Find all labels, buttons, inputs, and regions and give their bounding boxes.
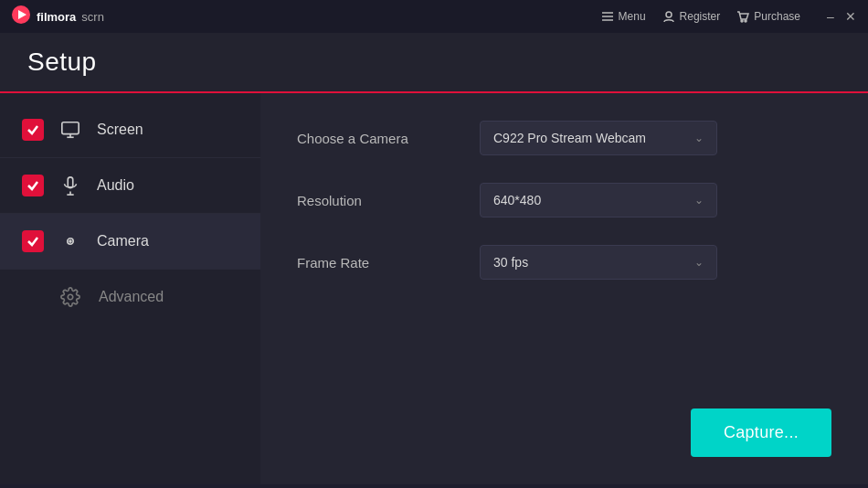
- framerate-chevron-icon: ⌄: [694, 256, 704, 269]
- page-title: Setup: [27, 48, 97, 76]
- svg-point-14: [68, 239, 73, 244]
- window-controls: – ✕: [824, 10, 857, 23]
- camera-setting-label: Choose a Camera: [297, 131, 461, 146]
- resolution-setting-row: Resolution 640*480 ⌄: [297, 183, 831, 217]
- capture-button[interactable]: Capture...: [691, 408, 831, 457]
- framerate-select[interactable]: 30 fps ⌄: [480, 245, 717, 280]
- sidebar-item-camera[interactable]: Camera: [0, 214, 260, 270]
- logo-icon: [11, 5, 31, 29]
- resolution-select-value: 640*480: [493, 193, 541, 207]
- camera-chevron-icon: ⌄: [694, 132, 704, 144]
- resolution-chevron-icon: ⌄: [694, 194, 704, 207]
- svg-point-5: [666, 12, 672, 17]
- sidebar-item-audio[interactable]: Audio: [0, 158, 260, 214]
- camera-setting-row: Choose a Camera C922 Pro Stream Webcam ⌄: [297, 121, 831, 155]
- screen-icon: [60, 120, 80, 140]
- advanced-spacer: [22, 286, 44, 308]
- logo-area: filmora scrn: [11, 5, 104, 29]
- svg-rect-11: [68, 177, 73, 188]
- camera-checkbox[interactable]: [22, 230, 44, 252]
- resolution-setting-label: Resolution: [297, 193, 461, 208]
- close-button[interactable]: ✕: [844, 10, 857, 23]
- camera-select[interactable]: C922 Pro Stream Webcam ⌄: [480, 121, 717, 155]
- screen-checkbox[interactable]: [22, 119, 44, 141]
- framerate-setting-label: Frame Rate: [297, 255, 461, 271]
- framerate-select-value: 30 fps: [493, 255, 528, 270]
- audio-icon: [60, 175, 80, 196]
- logo-name: filmora: [37, 10, 76, 24]
- framerate-setting-row: Frame Rate 30 fps ⌄: [297, 245, 831, 280]
- register-label: Register: [680, 10, 721, 23]
- camera-select-value: C922 Pro Stream Webcam: [493, 131, 646, 145]
- register-button[interactable]: Register: [662, 10, 721, 23]
- content-area: Choose a Camera C922 Pro Stream Webcam ⌄…: [260, 93, 868, 484]
- titlebar-actions: Menu Register Purchase – ✕: [601, 10, 857, 23]
- camera-label: Camera: [97, 233, 149, 249]
- svg-point-6: [741, 20, 743, 22]
- resolution-select[interactable]: 640*480 ⌄: [480, 183, 717, 217]
- svg-point-16: [68, 294, 73, 300]
- advanced-label: Advanced: [99, 289, 164, 305]
- page-header: Setup: [0, 33, 868, 93]
- svg-point-15: [69, 240, 71, 242]
- minimize-button[interactable]: –: [824, 10, 837, 23]
- logo-scrn-text: scrn: [81, 10, 104, 24]
- screen-label: Screen: [97, 122, 143, 138]
- sidebar-item-screen[interactable]: Screen: [0, 102, 260, 158]
- camera-icon: [60, 231, 80, 251]
- menu-button[interactable]: Menu: [601, 10, 646, 23]
- advanced-icon: [60, 286, 82, 308]
- purchase-button[interactable]: Purchase: [736, 10, 800, 23]
- main-area: Screen Audio: [0, 93, 868, 484]
- sidebar-item-advanced[interactable]: Advanced: [0, 270, 260, 324]
- sidebar: Screen Audio: [0, 93, 260, 484]
- titlebar: filmora scrn Menu Register Purch: [0, 0, 868, 33]
- audio-label: Audio: [97, 177, 134, 194]
- menu-label: Menu: [619, 10, 646, 23]
- audio-checkbox[interactable]: [22, 175, 44, 196]
- svg-rect-8: [62, 122, 79, 134]
- svg-point-7: [745, 20, 746, 22]
- purchase-label: Purchase: [754, 10, 800, 23]
